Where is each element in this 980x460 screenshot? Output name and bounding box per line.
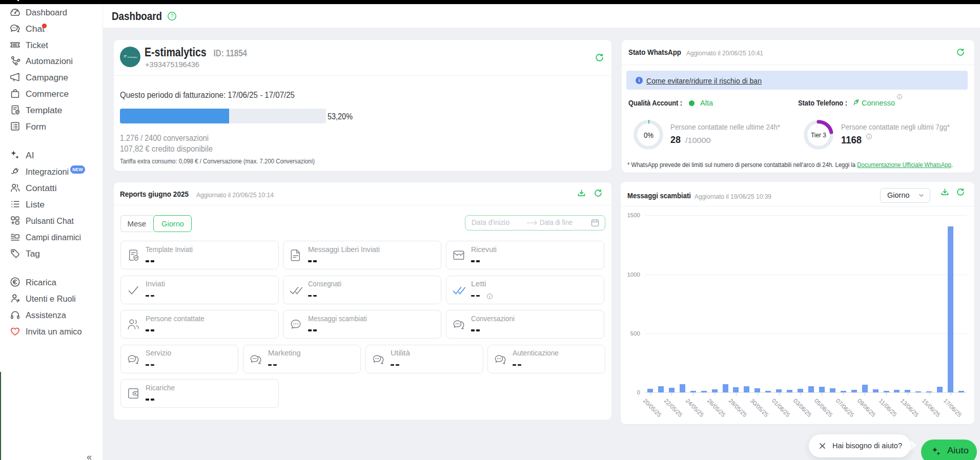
svg-text:E-stimalytics: E-stimalytics xyxy=(128,56,137,58)
svg-text:?: ? xyxy=(171,13,174,19)
svg-text:i: i xyxy=(639,78,640,83)
